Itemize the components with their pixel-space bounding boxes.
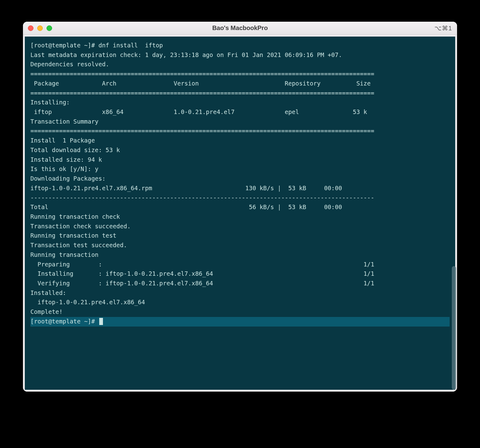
- terminal-line: Installing : iftop-1.0-0.21.pre4.el7.x86…: [30, 269, 450, 279]
- window-hotkey: ⌥⌘1: [434, 24, 452, 32]
- minimize-button[interactable]: [37, 25, 43, 31]
- terminal-line: ----------------------------------------…: [30, 193, 450, 203]
- terminal-line: Running transaction: [30, 250, 450, 260]
- terminal-window: Bao's MacbookPro ⌥⌘1 [root@template ~]# …: [23, 22, 457, 392]
- fullscreen-button[interactable]: [47, 25, 52, 31]
- terminal-line: Package Arch Version Repository Size: [30, 79, 450, 89]
- terminal-line: iftop-1.0-0.21.pre4.el7.x86_64.rpm 130 k…: [30, 184, 450, 193]
- terminal-viewport: [root@template ~]# dnf install iftop Las…: [23, 35, 457, 392]
- terminal-line: Is this ok [y/N]: y: [30, 165, 450, 174]
- terminal-line: Install 1 Package: [30, 136, 450, 146]
- close-button[interactable]: [28, 25, 33, 31]
- terminal-line: ========================================…: [30, 69, 450, 79]
- terminal-line: Running transaction check: [30, 212, 450, 222]
- window-title: Bao's MacbookPro: [23, 24, 457, 32]
- prompt-text: [root@template ~]#: [30, 318, 99, 325]
- traffic-lights: [28, 25, 52, 31]
- terminal-line: Downloading Packages:: [30, 174, 450, 184]
- scrollbar-track[interactable]: [451, 37, 456, 390]
- terminal-line: Installing:: [30, 98, 450, 108]
- terminal-line: Installed size: 94 k: [30, 155, 450, 165]
- terminal-line: [root@template ~]# dnf install iftop: [30, 41, 450, 51]
- terminal-line: Running transaction test: [30, 231, 450, 241]
- terminal-line: iftop x86_64 1.0-0.21.pre4.el7 epel 53 k: [30, 108, 450, 117]
- titlebar: Bao's MacbookPro ⌥⌘1: [23, 22, 457, 35]
- terminal-line: Installed:: [30, 288, 450, 298]
- terminal-line: Dependencies resolved.: [30, 60, 450, 69]
- terminal-line: Total download size: 53 k: [30, 146, 450, 155]
- terminal-line: Last metadata expiration check: 1 day, 2…: [30, 51, 450, 60]
- terminal-line: Preparing : 1/1: [30, 260, 450, 270]
- terminal-line: Complete!: [30, 307, 450, 317]
- cursor-icon: [99, 318, 103, 325]
- terminal-line: iftop-1.0-0.21.pre4.el7.x86_64: [30, 298, 450, 307]
- terminal-line: ========================================…: [30, 126, 450, 136]
- scrollbar-thumb[interactable]: [452, 266, 456, 390]
- terminal-line: ========================================…: [30, 89, 450, 98]
- terminal-prompt-active[interactable]: [root@template ~]#: [30, 317, 450, 327]
- terminal-line: Transaction check succeeded.: [30, 222, 450, 231]
- terminal-line: Verifying : iftop-1.0-0.21.pre4.el7.x86_…: [30, 279, 450, 288]
- terminal-line: Transaction test succeeded.: [30, 241, 450, 250]
- terminal-line: Total 56 kB/s | 53 kB 00:00: [30, 203, 450, 212]
- terminal[interactable]: [root@template ~]# dnf install iftop Las…: [25, 37, 455, 390]
- terminal-line: Transaction Summary: [30, 117, 450, 127]
